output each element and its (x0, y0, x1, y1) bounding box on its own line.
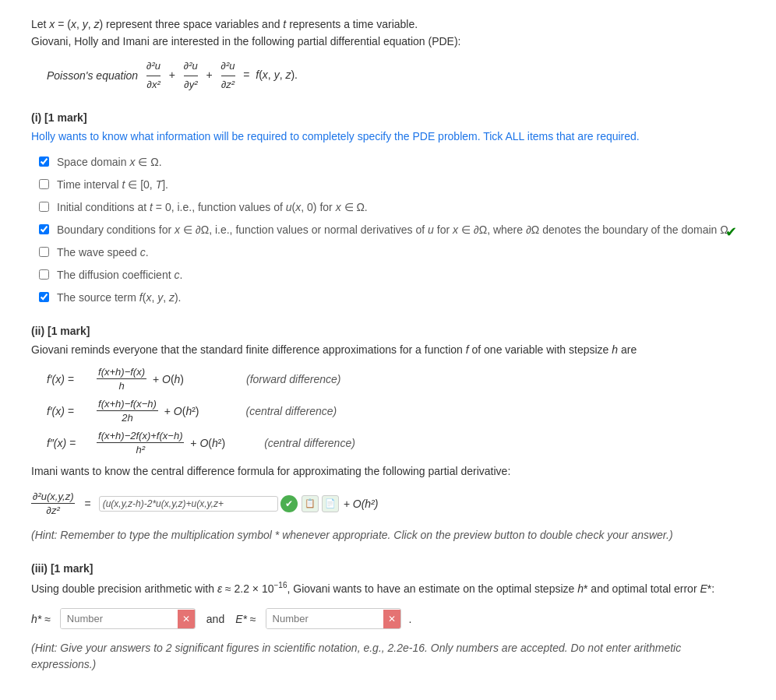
h-star-label: h* ≈ (31, 613, 51, 625)
part-i-title: (i) [1 mark] (31, 111, 745, 124)
e-star-input-wrap: ✕ (266, 608, 401, 629)
intro-section: Let x = (x, y, z) represent three space … (31, 16, 745, 93)
intro-line2: Giovani, Holly and Imani are interested … (31, 33, 745, 50)
fd-forward: f′(x) = f(x+h)−f(x) h + O(h) (forward di… (47, 366, 745, 392)
part-ii-section: (ii) [1 mark] Giovani reminds everyone t… (31, 325, 745, 543)
checkbox-source-term[interactable] (39, 292, 49, 302)
poisson-math: ∂²u ∂x² + ∂²u ∂y² + ∂²u ∂z² = f(x, y, z)… (144, 58, 298, 93)
correct-checkmark: ✔ (725, 222, 737, 243)
fd-forward-note: (forward difference) (246, 373, 340, 385)
h-star-clear-button[interactable]: ✕ (178, 610, 195, 628)
copy-button-1[interactable]: 📋 (302, 495, 319, 512)
option-boundary-conditions-text: Boundary conditions for x ∈ ∂Ω, i.e., fu… (57, 222, 732, 238)
option-initial-conditions-text: Initial conditions at t = 0, i.e., funct… (57, 199, 368, 216)
derivative-lhs: ∂²u(x,y,z) ∂z² (31, 491, 75, 516)
part-i-section: (i) [1 mark] Holly wants to know what in… (31, 111, 745, 306)
intro-line1: Let x = (x, y, z) represent three space … (31, 16, 745, 33)
fd-central2-frac: f(x+h)−2f(x)+f(x−h) h² (97, 430, 184, 456)
part-iii-intro: Using double precision arithmetic with ε… (31, 579, 745, 597)
fd-central1-order: + O(h²) (161, 405, 199, 417)
and-label: and (206, 613, 224, 625)
fd-forward-order: + O(h) (150, 373, 184, 385)
h-star-input-wrap: ✕ (60, 608, 196, 629)
part-iii-title: (iii) [1 mark] (31, 562, 745, 575)
e-star-label: E* ≈ (235, 613, 256, 625)
checkbox-space-domain[interactable] (39, 157, 49, 167)
option-source-term: The source term f(x, y, z). (39, 290, 745, 306)
option-space-domain: Space domain x ∈ Ω. (39, 154, 745, 171)
fd-central2: f″(x) = f(x+h)−2f(x)+f(x−h) h² + O(h²) (… (47, 430, 745, 456)
poisson-equation: Poisson's equation ∂²u ∂x² + ∂²u ∂y² + ∂… (47, 58, 745, 93)
option-source-term-text: The source term f(x, y, z). (57, 290, 182, 306)
option-wave-speed-text: The wave speed c. (57, 244, 149, 261)
e-star-input[interactable] (266, 609, 383, 628)
fd-central1-lhs: f′(x) = (47, 405, 93, 417)
fd-central1-note: (central difference) (246, 405, 337, 417)
checkbox-initial-conditions[interactable] (39, 202, 49, 212)
option-initial-conditions: Initial conditions at t = 0, i.e., funct… (39, 199, 745, 216)
equals-sign: = (84, 498, 90, 510)
option-space-domain-text: Space domain x ∈ Ω. (57, 154, 162, 171)
fd-forward-frac: f(x+h)−f(x) h (97, 366, 146, 392)
part-ii-hint: (Hint: Remember to type the multiplicati… (31, 527, 745, 543)
checkbox-boundary-conditions[interactable] (39, 224, 49, 234)
part-iii-section: (iii) [1 mark] Using double precision ar… (31, 562, 745, 673)
option-diffusion-coeff-text: The diffusion coefficient c. (57, 267, 182, 283)
fd-formulas: f′(x) = f(x+h)−f(x) h + O(h) (forward di… (47, 366, 745, 456)
checkbox-diffusion-coeff[interactable] (39, 269, 49, 280)
option-time-interval-text: Time interval t ∈ [0, T]. (57, 177, 168, 193)
part-ii-title: (ii) [1 mark] (31, 325, 745, 337)
fd-central1: f′(x) = f(x+h)−f(x−h) 2h + O(h²) (centra… (47, 398, 745, 424)
poisson-label: Poisson's equation (47, 67, 138, 84)
answer-suffix: + O(h²) (344, 498, 379, 510)
part-ii-imani-text: Imani wants to know the central differen… (31, 463, 745, 480)
part-iii-hint: (Hint: Give your answers to 2 significan… (31, 640, 745, 673)
option-time-interval: Time interval t ∈ [0, T]. (39, 177, 745, 193)
trailing-period: . (409, 613, 412, 625)
number-input-row: h* ≈ ✕ and E* ≈ ✕ . (31, 608, 745, 629)
fd-central2-lhs: f″(x) = (47, 437, 93, 449)
part-i-question: Holly wants to know what information wil… (31, 128, 745, 145)
option-diffusion-coeff: The diffusion coefficient c. (39, 267, 745, 283)
preview-button[interactable]: ✔ (280, 495, 298, 512)
part-ii-intro: Giovani reminds everyone that the standa… (31, 342, 745, 358)
answer-input-wrap (99, 496, 278, 512)
answer-input[interactable] (103, 498, 274, 509)
answer-input-group: ✔ 📋 📄 (99, 495, 340, 512)
fd-forward-lhs: f′(x) = (47, 373, 93, 385)
checkbox-wave-speed[interactable] (39, 247, 49, 257)
copy-button-2[interactable]: 📄 (322, 495, 339, 512)
fd-central1-frac: f(x+h)−f(x−h) 2h (97, 398, 158, 424)
fd-central2-order: + O(h²) (187, 437, 225, 449)
e-star-clear-button[interactable]: ✕ (383, 610, 400, 628)
derivative-answer-row: ∂²u(x,y,z) ∂z² = ✔ 📋 📄 + O(h²) (31, 491, 745, 516)
option-boundary-conditions: Boundary conditions for x ∈ ∂Ω, i.e., fu… (39, 222, 745, 238)
part-i-checkbox-list: Space domain x ∈ Ω. Time interval t ∈ [0… (31, 154, 745, 306)
fd-central2-note: (central difference) (264, 437, 355, 449)
checkbox-time-interval[interactable] (39, 179, 49, 189)
h-star-input[interactable] (61, 609, 178, 628)
option-wave-speed: The wave speed c. (39, 244, 745, 261)
